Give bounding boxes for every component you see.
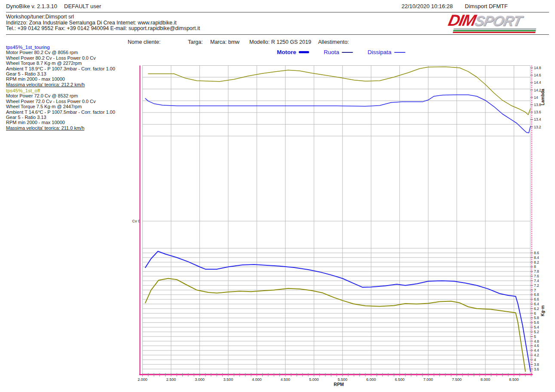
svg-text:3.8: 3.8 — [534, 362, 539, 367]
svg-text:3.6: 3.6 — [534, 367, 539, 371]
svg-text:2.000: 2.000 — [138, 377, 147, 382]
svg-text:6.4: 6.4 — [534, 302, 539, 306]
svg-text:5.4: 5.4 — [534, 325, 539, 329]
svg-text:6: 6 — [534, 311, 536, 316]
svg-text:8: 8 — [534, 264, 536, 269]
svg-text:4.000: 4.000 — [252, 377, 262, 382]
torque-axis-label: Kg·m — [540, 305, 545, 316]
svg-text:3.000: 3.000 — [195, 377, 205, 382]
svg-text:6.000: 6.000 — [366, 377, 376, 382]
svg-text:8.4: 8.4 — [534, 255, 539, 260]
svg-text:6.8: 6.8 — [534, 292, 539, 297]
svg-text:8.500: 8.500 — [509, 377, 519, 382]
svg-text:5.000: 5.000 — [309, 377, 319, 382]
svg-text:4.2: 4.2 — [534, 353, 539, 357]
curve-lambda_touring — [145, 95, 530, 133]
svg-text:14.6: 14.6 — [534, 73, 541, 77]
svg-text:6.6: 6.6 — [534, 297, 539, 301]
svg-text:8.2: 8.2 — [534, 260, 539, 264]
svg-text:2.500: 2.500 — [166, 377, 176, 382]
curve-lambda_off — [148, 67, 530, 115]
svg-text:4.500: 4.500 — [281, 377, 291, 382]
svg-text:13.4: 13.4 — [534, 117, 541, 122]
svg-text:14: 14 — [534, 95, 538, 100]
lambda-axis-label: Lambda — [540, 88, 545, 105]
svg-text:4: 4 — [534, 358, 536, 362]
svg-text:4.8: 4.8 — [534, 339, 539, 343]
svg-text:7: 7 — [534, 288, 536, 292]
svg-text:8.6: 8.6 — [534, 251, 539, 255]
svg-text:6.2: 6.2 — [534, 307, 539, 311]
svg-text:7.6: 7.6 — [534, 274, 539, 278]
svg-text:7.000: 7.000 — [423, 377, 433, 382]
svg-text:7.2: 7.2 — [534, 283, 539, 288]
svg-text:7.4: 7.4 — [534, 279, 539, 283]
rpm-axis-label: RPM — [334, 382, 344, 387]
dyno-chart: Cv 014.814.614.414.21413.813.613.413.2La… — [0, 0, 555, 392]
svg-text:13.6: 13.6 — [534, 110, 541, 114]
dynobike-report-page: DynoBike v. 2.1.3.10 DEFAULT user 22/10/… — [0, 0, 555, 392]
curve-torque_touring — [145, 251, 530, 371]
svg-text:5.500: 5.500 — [337, 377, 347, 382]
svg-text:14.4: 14.4 — [534, 80, 541, 85]
svg-text:14.8: 14.8 — [534, 66, 541, 70]
svg-text:7.500: 7.500 — [452, 377, 462, 382]
svg-text:5.2: 5.2 — [534, 330, 539, 334]
svg-text:7.8: 7.8 — [534, 269, 539, 273]
curve-torque_off — [145, 279, 525, 371]
cv-axis-zero-label: Cv 0 — [132, 219, 140, 223]
svg-text:6.500: 6.500 — [395, 377, 405, 382]
svg-text:3.500: 3.500 — [224, 377, 233, 382]
svg-text:8.000: 8.000 — [481, 377, 491, 382]
svg-text:13.2: 13.2 — [534, 125, 541, 129]
svg-text:5.6: 5.6 — [534, 320, 539, 325]
svg-text:4.4: 4.4 — [534, 348, 539, 352]
svg-text:5: 5 — [534, 334, 536, 339]
svg-text:5.8: 5.8 — [534, 316, 539, 320]
svg-text:4.6: 4.6 — [534, 343, 539, 348]
